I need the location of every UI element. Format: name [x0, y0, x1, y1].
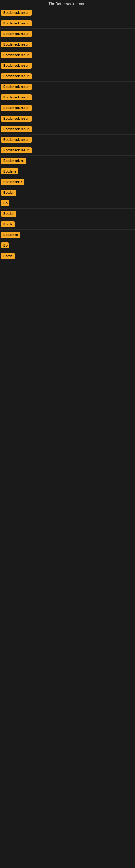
bottleneck-result-badge[interactable]: Bottleneck result: [1, 52, 32, 58]
list-item: Bottleneck r: [0, 177, 135, 187]
bottleneck-result-badge[interactable]: Bottleneck re: [1, 158, 26, 164]
list-item: Bottlen: [0, 187, 135, 198]
bottleneck-result-badge[interactable]: Bottleneck result: [1, 94, 32, 100]
bottleneck-result-badge[interactable]: Bottleneck result: [1, 31, 32, 37]
bottleneck-result-badge[interactable]: Bottleneck result: [1, 137, 32, 143]
list-item: Bottlen: [0, 209, 135, 219]
bottleneck-result-badge[interactable]: Bottleneck result: [1, 73, 32, 79]
bottleneck-result-badge[interactable]: Bottleneck result: [1, 116, 32, 122]
list-item: Bo: [0, 198, 135, 209]
bottleneck-result-badge[interactable]: Bottleneck result: [1, 41, 32, 48]
bottleneck-result-badge[interactable]: Bottleneck result: [1, 105, 32, 111]
list-item: Bottleneck result: [0, 103, 135, 113]
site-title: TheBottlenecker.com: [0, 0, 135, 8]
bottleneck-result-badge[interactable]: Bottleneck r: [1, 179, 24, 185]
list-item: Bottleneck result: [0, 145, 135, 156]
bottleneck-result-badge[interactable]: Bottlen: [1, 190, 16, 195]
list-item: Bottleneck result: [0, 8, 135, 18]
rows-container: Bottleneck resultBottleneck resultBottle…: [0, 8, 135, 261]
list-item: Bottleneck result: [0, 113, 135, 124]
list-item: Bottleneck result: [0, 61, 135, 71]
bottleneck-result-badge[interactable]: Bottleneck result: [1, 63, 32, 69]
list-item: Bottleneck result: [0, 71, 135, 82]
list-item: Bottleneck result: [0, 29, 135, 39]
list-item: Bottleneck result: [0, 18, 135, 29]
bottleneck-result-badge[interactable]: Bottlen: [1, 211, 16, 217]
bottleneck-result-badge[interactable]: Bottleneck result: [1, 84, 32, 90]
list-item: Bottleneck result: [0, 82, 135, 92]
bottleneck-result-badge[interactable]: Bottlene: [1, 168, 18, 175]
list-item: Bottleneck re: [0, 156, 135, 166]
bottleneck-result-badge[interactable]: Bottleneck result: [1, 20, 32, 26]
list-item: Bottleneck result: [0, 39, 135, 50]
list-item: Bo: [0, 240, 135, 251]
bottleneck-result-badge[interactable]: Bottlenec: [1, 232, 20, 238]
bottleneck-result-badge[interactable]: Bo: [1, 200, 9, 206]
list-item: Bottleneck result: [0, 124, 135, 134]
bottleneck-result-badge[interactable]: Bottle: [1, 221, 14, 227]
bottleneck-result-badge[interactable]: Bottle: [1, 253, 14, 259]
bottleneck-result-badge[interactable]: Bottleneck result: [1, 147, 32, 153]
list-item: Bottleneck result: [0, 92, 135, 103]
list-item: Bottle: [0, 219, 135, 230]
bottleneck-result-badge[interactable]: Bottleneck result: [1, 126, 32, 132]
list-item: Bottlene: [0, 166, 135, 177]
list-item: Bottleneck result: [0, 134, 135, 145]
bottleneck-result-badge[interactable]: Bottleneck result: [1, 10, 32, 16]
list-item: Bottle: [0, 251, 135, 261]
list-item: Bottleneck result: [0, 50, 135, 61]
list-item: Bottlenec: [0, 230, 135, 240]
bottleneck-result-badge[interactable]: Bo: [1, 243, 9, 248]
